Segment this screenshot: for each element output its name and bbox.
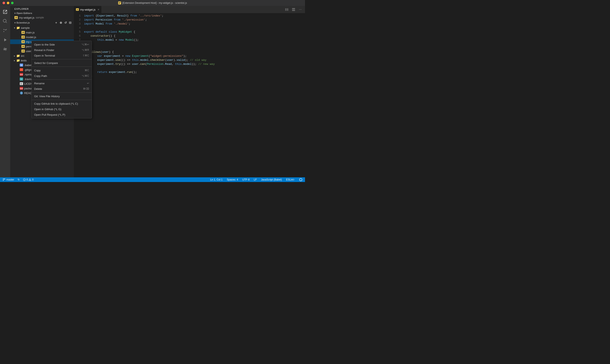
menu-shortcut: ⌥⌘C (82, 74, 89, 77)
line-num-4: 4 (76, 26, 81, 30)
menu-item-open-github[interactable]: Open in GitHub (^L G) (32, 106, 92, 112)
code-line-7: this.model = new Model(); (84, 38, 305, 42)
collapse-button[interactable]: ⊟ (68, 21, 72, 25)
code-line-12: experiment.use(() => this.model.checkUse… (84, 58, 305, 62)
sync-status[interactable]: ↻ (17, 177, 21, 182)
line-ending-text: LF (254, 178, 257, 181)
travis-file-icon: tr (19, 78, 23, 80)
indentation-status[interactable]: Spaces: 4 (226, 177, 239, 182)
tab-actions: ··· (284, 6, 305, 13)
open-editor-item[interactable]: JS my-widget.js sample (10, 15, 74, 20)
git-activity-icon[interactable] (1, 26, 9, 35)
open-editors-section[interactable]: ▾ Open Editors (10, 11, 74, 15)
menu-label: Delete (34, 87, 42, 91)
folder-icon: 📁 (16, 26, 20, 29)
code-line-13: experiment.try(() => user.can(Permission… (84, 62, 305, 66)
menu-shortcut: ⌘⌫ (83, 87, 89, 90)
status-right: Ln 1, Col 1 Spaces: 4 UTF-8 LF JavaScrip… (209, 177, 303, 182)
tab-close-button[interactable]: × (97, 8, 99, 11)
position-text: Ln 1, Col 1 (210, 178, 222, 181)
language-text: JavaScript (Babel) (261, 178, 282, 181)
extensions-activity-icon[interactable] (1, 45, 9, 53)
errors-status[interactable]: × 0 ! 0 (22, 177, 34, 182)
maximize-button[interactable] (11, 2, 14, 4)
svg-point-8 (3, 180, 4, 181)
cursor-position[interactable]: Ln 1, Col 1 (209, 177, 223, 182)
md-file-icon: i (19, 91, 23, 94)
close-button[interactable] (2, 2, 5, 4)
status-left: master ↻ × 0 ! 0 (2, 177, 34, 182)
code-content[interactable]: import {Experiment, Result} from '../src… (82, 13, 305, 177)
editor-tab[interactable]: JS my-widget.js × (74, 6, 102, 13)
branch-status[interactable]: master (2, 177, 15, 182)
menu-item-git-history[interactable]: Git: View File History (32, 93, 92, 99)
code-editor[interactable]: 1 2 3 4 5 6 7 8 9 10 11 12 13 14 15 16 1… (74, 13, 305, 177)
project-section-header[interactable]: ▾ Scientist.js + ⊕ ↺ ⊟ (10, 20, 74, 26)
js-file-icon: JS (21, 36, 25, 39)
svg-point-2 (6, 29, 7, 30)
menu-label: Copy (34, 69, 41, 72)
titlebar: [Extension Development Host] - my-widget… (0, 0, 305, 6)
new-file-button[interactable]: + (54, 21, 58, 25)
new-folder-button[interactable]: ⊕ (59, 21, 63, 25)
menu-label: Open in Terminal (34, 54, 55, 57)
line-num-5: 5 (76, 30, 81, 34)
menu-item-copy[interactable]: Copy ⌘C (32, 68, 92, 73)
linter-text: ESLint↑ (286, 178, 295, 181)
project-label: Scientist.js (16, 21, 30, 24)
menu-label: Select for Compare (34, 62, 58, 65)
folder-chevron: ▾ (13, 27, 16, 29)
menu-label: Git: View File History (34, 95, 60, 98)
menu-item-open-pr[interactable]: Open Pull Request (^L P) (32, 112, 92, 117)
menu-item-rename[interactable]: Rename ↩ (32, 80, 92, 86)
explorer-activity-icon[interactable] (1, 8, 9, 16)
linter-status[interactable]: ESLint↑ (285, 177, 296, 182)
code-line-17: } (84, 78, 305, 82)
menu-item-copy-github[interactable]: Copy GitHub link to clipboard (^L C) (32, 101, 92, 106)
more-actions-button[interactable]: ··· (297, 7, 303, 13)
menu-label: Open to the Side (34, 43, 55, 46)
search-activity-icon[interactable] (1, 17, 9, 26)
tree-item-label: src (21, 54, 24, 57)
menu-label: Open Pull Request (^L P) (34, 113, 65, 116)
editor-area: JS my-widget.js × ··· 1 2 3 4 5 (74, 6, 305, 177)
language-status[interactable]: JavaScript (Babel) (260, 177, 283, 182)
code-line-10: allows(user) { (84, 50, 305, 54)
svg-rect-6 (292, 10, 295, 11)
menu-item-copy-path[interactable]: Copy Path ⌥⌘C (32, 73, 92, 78)
split-editor-button[interactable] (284, 7, 290, 13)
menu-item-delete[interactable]: Delete ⌘⌫ (32, 86, 92, 91)
minimize-button[interactable] (7, 2, 9, 4)
git-file-icon: ⑂ (19, 68, 23, 71)
warning-count: 0 (32, 178, 34, 181)
svg-point-7 (3, 179, 4, 180)
svg-text:×: × (24, 179, 25, 181)
menu-item-open-terminal[interactable]: Open in Terminal ⇧⌘C (32, 53, 92, 58)
folder-icon: 📁 (16, 59, 20, 62)
folder-chevron: ▸ (13, 55, 16, 57)
tree-item-sample[interactable]: ▾ 📁 sample (10, 26, 74, 30)
menu-item-reveal-finder[interactable]: Reveal in Finder ⌥⌘R (32, 47, 92, 53)
tree-item-model-js[interactable]: JS model.js (10, 35, 74, 39)
spaces-text: Spaces: 4 (227, 178, 238, 181)
code-line-15: return experiment.run(); (84, 70, 305, 74)
encoding-status[interactable]: UTF-8 (242, 177, 250, 182)
js-file-icon: JS (21, 31, 25, 34)
svg-text:⚖: ⚖ (20, 83, 22, 85)
debug-activity-icon[interactable] (1, 36, 9, 44)
tree-item-label: model.js (26, 36, 36, 39)
js-file-icon: JS (21, 45, 25, 48)
line-ending-status[interactable]: LF (253, 177, 258, 182)
folder-icon: 📁 (16, 54, 20, 57)
sidebar-header: Explorer (10, 6, 74, 11)
code-line-8: } (84, 42, 305, 46)
menu-shortcut: ⌥⌘↩ (81, 43, 89, 46)
menu-item-open-side[interactable]: Open to the Side ⌥⌘↩ (32, 42, 92, 47)
refresh-button[interactable]: ↺ (64, 21, 68, 25)
code-line-3: import Model from './model'; (84, 22, 305, 26)
tree-item-main-js[interactable]: JS main.js (10, 30, 74, 35)
error-count: 0 (27, 178, 28, 181)
feedback-icon[interactable] (298, 177, 303, 182)
menu-item-select-compare[interactable]: Select for Compare (32, 60, 92, 66)
toggle-layout-button[interactable] (291, 7, 297, 13)
